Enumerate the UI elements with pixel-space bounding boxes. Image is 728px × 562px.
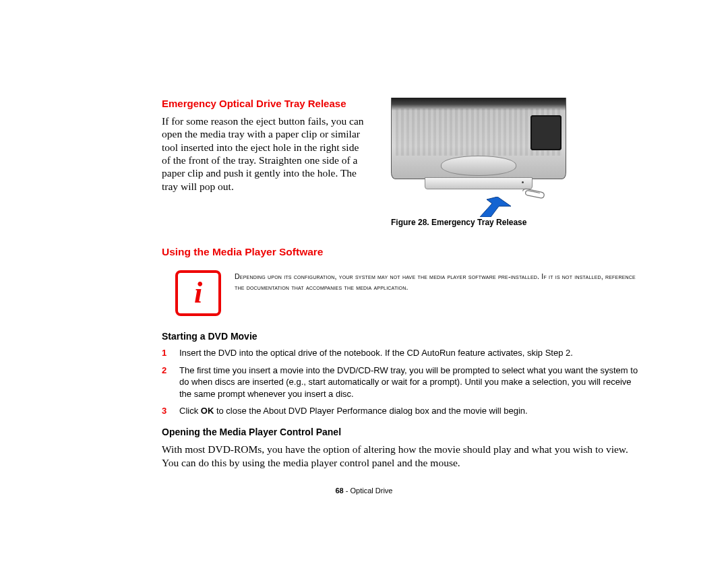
figure-caption: Figure 28. Emergency Tray Release — [391, 218, 640, 227]
two-column-layout: Emergency Optical Drive Tray Release If … — [162, 98, 640, 227]
footer-section-label: Optical Drive — [351, 487, 393, 495]
step-number: 1 — [162, 347, 170, 359]
arrow-icon — [477, 197, 511, 217]
paperclip-icon — [520, 186, 547, 201]
subheading-control-panel: Opening the Media Player Control Panel — [162, 427, 640, 437]
emergency-paragraph: If for some reason the eject button fail… — [162, 115, 364, 193]
list-item: 2 The first time you insert a movie into… — [162, 365, 640, 400]
figure-container: Figure 28. Emergency Tray Release — [391, 98, 640, 227]
step-text: Insert the DVD into the optical drive of… — [179, 347, 573, 359]
laptop-port — [530, 115, 562, 150]
step-text: The first time you insert a movie into t… — [179, 365, 640, 400]
ordered-steps: 1 Insert the DVD into the optical drive … — [162, 347, 640, 417]
laptop-illustration — [391, 98, 566, 212]
laptop-body-shape — [391, 98, 566, 179]
section-heading-media-player: Using the Media Player Software — [162, 246, 640, 258]
subheading-starting-dvd: Starting a DVD Movie — [162, 331, 640, 342]
svg-marker-0 — [480, 197, 511, 217]
step-text: Click OK to close the About DVD Player P… — [179, 405, 528, 417]
optical-drive-tray — [425, 177, 533, 189]
info-note-text: Depending upon its configuration, your s… — [235, 270, 640, 293]
step-number: 2 — [162, 365, 170, 400]
eject-hole — [522, 181, 524, 183]
laptop-front-curve — [441, 156, 516, 176]
list-item: 3 Click OK to close the About DVD Player… — [162, 405, 640, 417]
document-page: Emergency Optical Drive Tray Release If … — [0, 0, 728, 562]
info-note-row: i Depending upon its configuration, your… — [175, 270, 640, 316]
footer-dash: - — [344, 487, 351, 495]
page-footer: 68 - Optical Drive — [0, 487, 728, 495]
page-number: 68 — [336, 487, 344, 495]
step-number: 3 — [162, 405, 170, 417]
control-panel-paragraph: With most DVD-ROMs, you have the option … — [162, 443, 640, 470]
section-heading-emergency: Emergency Optical Drive Tray Release — [162, 98, 364, 111]
info-icon: i — [175, 270, 221, 316]
left-column: Emergency Optical Drive Tray Release If … — [162, 98, 364, 227]
list-item: 1 Insert the DVD into the optical drive … — [162, 347, 640, 359]
